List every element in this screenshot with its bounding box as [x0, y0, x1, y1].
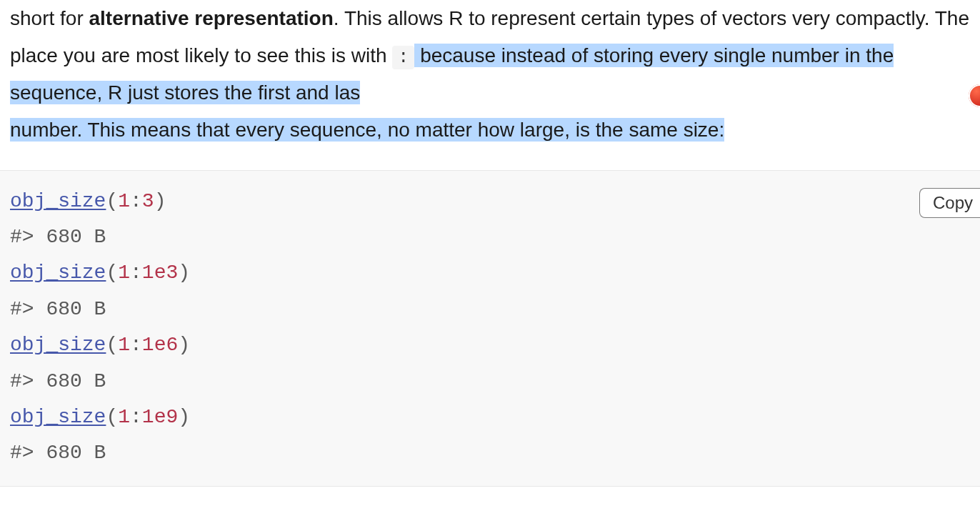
code-num: 1 — [118, 262, 130, 284]
code-num: 1e6 — [142, 334, 178, 356]
code-paren: ) — [178, 334, 190, 356]
document-content: short for alternative representation. Th… — [0, 0, 980, 487]
code-paren: ( — [106, 406, 118, 428]
copy-button[interactable]: Copy — [919, 188, 980, 219]
code-num: 1e9 — [142, 406, 178, 428]
code-num: 1e3 — [142, 262, 178, 284]
code-output: #> 680 B — [10, 226, 106, 248]
code-num: 3 — [142, 190, 154, 212]
code-op: : — [130, 406, 142, 428]
inline-code-colon: : — [392, 46, 414, 69]
code-paren: ( — [106, 262, 118, 284]
code-op: : — [130, 262, 142, 284]
code-fn: obj_size — [10, 334, 106, 356]
code-fn: obj_size — [10, 406, 106, 428]
text-pre-bold: short for — [10, 7, 89, 29]
code-fn: obj_size — [10, 262, 106, 284]
code-paren: ) — [154, 190, 166, 212]
code-num: 1 — [118, 334, 130, 356]
code-paren: ( — [106, 334, 118, 356]
code-num: 1 — [118, 406, 130, 428]
text-bold: alternative representation — [89, 7, 333, 29]
code-paren: ) — [178, 262, 190, 284]
code-block: Copy obj_size(1:3) #> 680 B obj_size(1:1… — [0, 170, 980, 487]
code-num: 1 — [118, 190, 130, 212]
code-paren: ( — [106, 190, 118, 212]
code-paren: ) — [178, 406, 190, 428]
paragraph: short for alternative representation. Th… — [10, 0, 980, 149]
highlighted-text-b: number. This means that every sequence, … — [10, 118, 724, 142]
code-output: #> 680 B — [10, 442, 106, 464]
code-op: : — [130, 334, 142, 356]
code-op: : — [130, 190, 142, 212]
code-output: #> 680 B — [10, 298, 106, 320]
code-fn: obj_size — [10, 190, 106, 212]
code-pre: obj_size(1:3) #> 680 B obj_size(1:1e3) #… — [0, 171, 980, 486]
code-output: #> 680 B — [10, 370, 106, 392]
